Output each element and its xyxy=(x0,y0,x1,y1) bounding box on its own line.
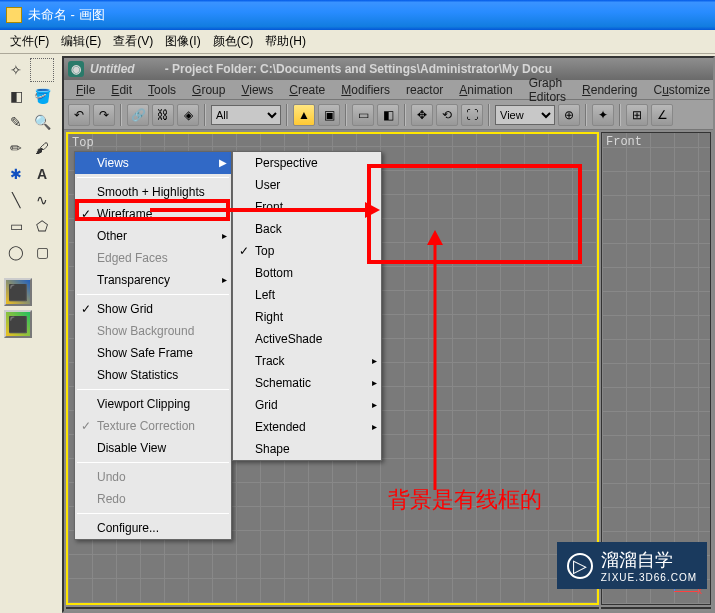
cm-undo: Undo xyxy=(75,466,231,488)
paint-icon xyxy=(6,7,22,23)
rect-select-icon[interactable] xyxy=(30,58,54,82)
pivot-icon[interactable]: ⊕ xyxy=(558,104,580,126)
max-icon: ◉ xyxy=(68,61,84,77)
viewport-perspective[interactable]: Perspective xyxy=(601,607,711,609)
brush-icon[interactable]: 🖌 xyxy=(30,136,54,160)
watermark: ▷ 溜溜自学 ZIXUE.3D66.COM xyxy=(557,542,707,589)
m-group[interactable]: Group xyxy=(184,83,233,97)
viewport-front[interactable]: Front zx xyxy=(601,132,711,605)
text-icon[interactable]: A xyxy=(30,162,54,186)
unlink-icon[interactable]: ⛓ xyxy=(152,104,174,126)
link-icon[interactable]: 🔗 xyxy=(127,104,149,126)
menu-image[interactable]: 图像(I) xyxy=(159,31,206,52)
cm-views[interactable]: Views▶ xyxy=(75,152,231,174)
inner-menubar[interactable]: File Edit Tools Group Views Create Modif… xyxy=(64,80,713,100)
menu-file[interactable]: 文件(F) xyxy=(4,31,55,52)
m-reactor[interactable]: reactor xyxy=(398,83,451,97)
watermark-url: ZIXUE.3D66.COM xyxy=(601,572,697,583)
m-views[interactable]: Views xyxy=(233,83,281,97)
vp-front-label: Front xyxy=(606,135,642,149)
manip-icon[interactable]: ✦ xyxy=(592,104,614,126)
sm-shape[interactable]: Shape xyxy=(233,438,381,460)
rotate-icon[interactable]: ⟲ xyxy=(436,104,458,126)
m-create[interactable]: Create xyxy=(281,83,333,97)
m-animation[interactable]: Animation xyxy=(451,83,520,97)
sm-left[interactable]: Left xyxy=(233,284,381,306)
outer-titlebar: 未命名 - 画图 xyxy=(0,0,715,30)
sm-back[interactable]: Back xyxy=(233,218,381,240)
select-name-icon[interactable]: ▣ xyxy=(318,104,340,126)
ellipse-icon[interactable]: ◯ xyxy=(4,240,28,264)
cm-other[interactable]: Other▸ xyxy=(75,225,231,247)
cm-transparency[interactable]: Transparency▸ xyxy=(75,269,231,291)
redo-icon[interactable]: ↷ xyxy=(93,104,115,126)
select-rect-icon[interactable]: ▭ xyxy=(352,104,374,126)
angle-snap-icon[interactable]: ∠ xyxy=(651,104,673,126)
sm-perspective[interactable]: Perspective xyxy=(233,152,381,174)
select-icon[interactable]: ▲ xyxy=(293,104,315,126)
cm-wireframe[interactable]: ✓Wireframe xyxy=(75,203,231,225)
cm-safeframe[interactable]: Show Safe Frame xyxy=(75,342,231,364)
cm-clipping[interactable]: Viewport Clipping xyxy=(75,393,231,415)
picker-icon[interactable]: ✎ xyxy=(4,110,28,134)
fill-icon[interactable]: 🪣 xyxy=(30,84,54,108)
scale-icon[interactable]: ⛶ xyxy=(461,104,483,126)
m-rendering[interactable]: Rendering xyxy=(574,83,645,97)
sm-track[interactable]: Track▸ xyxy=(233,350,381,372)
fill-opt2-icon[interactable]: ⬛ xyxy=(4,310,32,338)
cm-redo: Redo xyxy=(75,488,231,510)
bind-icon[interactable]: ◈ xyxy=(177,104,199,126)
rect-icon[interactable]: ▭ xyxy=(4,214,28,238)
m-file[interactable]: File xyxy=(68,83,103,97)
sm-right[interactable]: Right xyxy=(233,306,381,328)
vp-top-label: Top xyxy=(72,136,94,150)
menu-view[interactable]: 查看(V) xyxy=(107,31,159,52)
freeform-select-icon[interactable]: ✧ xyxy=(4,58,28,82)
cm-texture: ✓Texture Correction xyxy=(75,415,231,437)
cm-showgrid[interactable]: ✓Show Grid xyxy=(75,298,231,320)
zoom-icon[interactable]: 🔍 xyxy=(30,110,54,134)
views-submenu: Perspective User Front Back ✓Top Bottom … xyxy=(232,151,382,461)
m-graph[interactable]: Graph Editors xyxy=(521,76,574,104)
inner-title-prefix: Untitled xyxy=(90,62,135,76)
m-tools[interactable]: Tools xyxy=(140,83,184,97)
spray-icon[interactable]: ✱ xyxy=(4,162,28,186)
polygon-icon[interactable]: ⬠ xyxy=(30,214,54,238)
viewport-left[interactable]: L xyxy=(66,607,599,609)
m-edit[interactable]: Edit xyxy=(103,83,140,97)
window-cross-icon[interactable]: ◧ xyxy=(377,104,399,126)
sm-user[interactable]: User xyxy=(233,174,381,196)
watermark-brand: 溜溜自学 xyxy=(601,550,673,570)
menu-help[interactable]: 帮助(H) xyxy=(259,31,312,52)
filter-dropdown[interactable]: All xyxy=(211,105,281,125)
pencil-icon[interactable]: ✏ xyxy=(4,136,28,160)
inner-title-path: - Project Folder: C:\Documents and Setti… xyxy=(165,62,552,76)
snap-icon[interactable]: ⊞ xyxy=(626,104,648,126)
sm-bottom[interactable]: Bottom xyxy=(233,262,381,284)
outer-menubar[interactable]: 文件(F) 编辑(E) 查看(V) 图像(I) 颜色(C) 帮助(H) xyxy=(0,30,715,54)
sm-top[interactable]: ✓Top xyxy=(233,240,381,262)
sm-schematic[interactable]: Schematic▸ xyxy=(233,372,381,394)
curve-icon[interactable]: ∿ xyxy=(30,188,54,212)
menu-edit[interactable]: 编辑(E) xyxy=(55,31,107,52)
sm-grid[interactable]: Grid▸ xyxy=(233,394,381,416)
cm-disable[interactable]: Disable View xyxy=(75,437,231,459)
cm-stats[interactable]: Show Statistics xyxy=(75,364,231,386)
move-icon[interactable]: ✥ xyxy=(411,104,433,126)
m-modifiers[interactable]: Modifiers xyxy=(333,83,398,97)
sm-extended[interactable]: Extended▸ xyxy=(233,416,381,438)
m-customize[interactable]: Customize xyxy=(645,83,715,97)
cm-smooth[interactable]: Smooth + Highlights xyxy=(75,181,231,203)
eraser-icon[interactable]: ◧ xyxy=(4,84,28,108)
undo-icon[interactable]: ↶ xyxy=(68,104,90,126)
cm-configure[interactable]: Configure... xyxy=(75,517,231,539)
sm-front[interactable]: Front xyxy=(233,196,381,218)
menu-color[interactable]: 颜色(C) xyxy=(207,31,260,52)
line-icon[interactable]: ╲ xyxy=(4,188,28,212)
refcoord-dropdown[interactable]: View xyxy=(495,105,555,125)
sm-activeshade[interactable]: ActiveShade xyxy=(233,328,381,350)
fill-opt1-icon[interactable]: ⬛ xyxy=(4,278,32,306)
outer-title: 未命名 - 画图 xyxy=(28,6,105,24)
roundrect-icon[interactable]: ▢ xyxy=(30,240,54,264)
viewport-context-menu: Views▶ Smooth + Highlights ✓Wireframe Ot… xyxy=(74,151,232,540)
